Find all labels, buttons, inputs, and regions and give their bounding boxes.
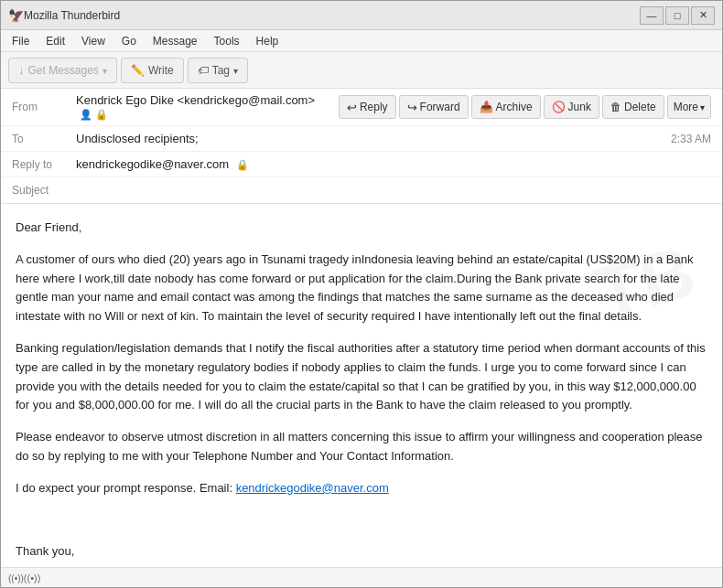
- reply-to-security-icon: [236, 157, 249, 171]
- from-value: Kendrick Ego Dike <kendrickego@mail.com>: [76, 93, 339, 121]
- security-icon[interactable]: [95, 107, 108, 121]
- title-bar: Mozilla Thunderbird — □ ✕: [1, 1, 722, 30]
- email-link[interactable]: kendrickegodike@naver.com: [236, 481, 389, 495]
- forward-button[interactable]: Forward: [399, 95, 469, 119]
- from-actions: [80, 107, 339, 121]
- tag-button[interactable]: Tag: [188, 58, 248, 83]
- contact-icon[interactable]: [80, 107, 92, 121]
- archive-button[interactable]: Archive: [471, 95, 541, 119]
- reply-to-row: Reply to kendrickegodike@naver.com: [1, 152, 722, 177]
- subject-row: Subject: [1, 177, 722, 203]
- maximize-button[interactable]: □: [665, 6, 689, 25]
- get-messages-chevron-icon: [103, 64, 107, 77]
- tag-icon: [198, 64, 209, 77]
- email-body: TB Dear Friend, A customer of ours who d…: [1, 204, 722, 567]
- junk-icon: [552, 101, 566, 113]
- more-button[interactable]: More: [667, 95, 711, 119]
- more-chevron-icon: [700, 101, 705, 113]
- greeting: Dear Friend,: [16, 219, 707, 238]
- window-title: Mozilla Thunderbird: [24, 9, 640, 22]
- write-button[interactable]: Write: [121, 58, 184, 83]
- menu-file[interactable]: File: [5, 33, 37, 49]
- paragraph2: Banking regulation/legislation demands t…: [16, 339, 707, 415]
- subject-label: Subject: [12, 184, 76, 197]
- to-label: To: [12, 133, 76, 145]
- close-button[interactable]: ✕: [691, 6, 715, 25]
- get-messages-button[interactable]: Get Messages: [8, 58, 117, 83]
- write-icon: [131, 64, 145, 77]
- email-action-buttons: Reply Forward Archive Junk Delete: [339, 95, 711, 119]
- from-row: From Kendrick Ego Dike <kendrickego@mail…: [1, 89, 722, 126]
- menu-go[interactable]: Go: [114, 33, 144, 49]
- delete-button[interactable]: Delete: [602, 95, 664, 119]
- paragraph4: I do expect your prompt response. Email:…: [16, 479, 707, 498]
- email-header: From Kendrick Ego Dike <kendrickego@mail…: [1, 89, 722, 204]
- reply-to-value: kendrickegodike@naver.com: [76, 157, 711, 171]
- main-window: Mozilla Thunderbird — □ ✕ File Edit View…: [0, 0, 723, 588]
- junk-button[interactable]: Junk: [544, 95, 599, 119]
- connection-signal-icon: ((•)): [8, 572, 40, 583]
- blank-line: [16, 511, 707, 530]
- menu-message[interactable]: Message: [146, 33, 205, 49]
- app-icon: [8, 8, 24, 23]
- tag-chevron-icon: [233, 64, 238, 77]
- paragraph3: Please endeavor to observe utmost discre…: [16, 428, 707, 466]
- toolbar: Get Messages Write Tag: [1, 52, 722, 89]
- menu-view[interactable]: View: [74, 33, 113, 49]
- menu-tools[interactable]: Tools: [207, 33, 247, 49]
- email-content: Dear Friend, A customer of ours who died…: [16, 219, 707, 567]
- thanks: Thank you,: [16, 542, 707, 561]
- paragraph1: A customer of ours who died (20) years a…: [16, 251, 707, 326]
- forward-icon: [407, 101, 417, 114]
- menu-bar: File Edit View Go Message Tools Help: [1, 30, 722, 52]
- reply-button[interactable]: Reply: [339, 95, 396, 119]
- archive-icon: [480, 101, 493, 113]
- to-value: Undisclosed recipients;: [76, 132, 671, 145]
- from-label: From: [12, 101, 76, 113]
- menu-help[interactable]: Help: [249, 33, 286, 49]
- menu-edit[interactable]: Edit: [38, 33, 72, 49]
- email-timestamp: 2:33 AM: [671, 133, 711, 145]
- reply-icon: [347, 101, 357, 114]
- get-messages-icon: [18, 63, 25, 77]
- status-bar: ((•)): [1, 567, 722, 587]
- to-row: To Undisclosed recipients; 2:33 AM: [1, 126, 722, 152]
- paragraph4-prefix: I do expect your prompt response. Email:: [16, 481, 236, 495]
- reply-to-label: Reply to: [12, 158, 76, 171]
- window-controls: — □ ✕: [640, 6, 715, 25]
- minimize-button[interactable]: —: [640, 6, 664, 25]
- delete-icon: [610, 101, 621, 113]
